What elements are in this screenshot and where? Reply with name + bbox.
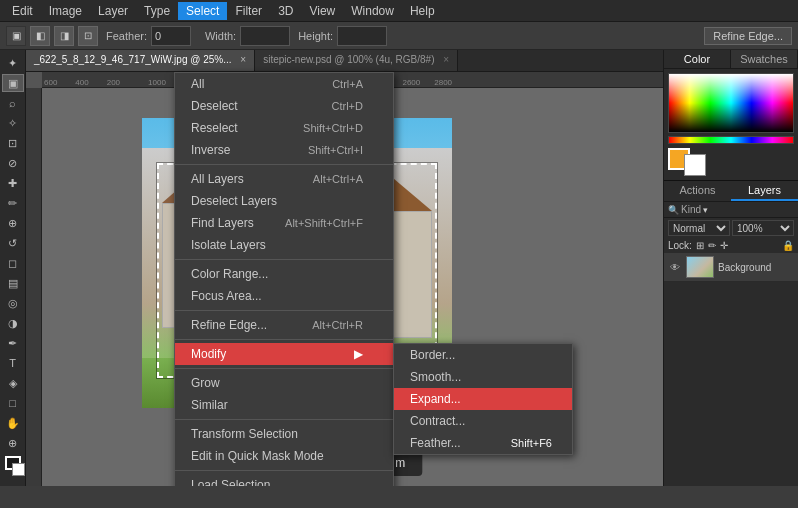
- select-menu: All Ctrl+A Deselect Ctrl+D Reselect Shif…: [174, 72, 394, 486]
- menu-select[interactable]: Select: [178, 2, 227, 20]
- fg-color-swatch[interactable]: [5, 456, 21, 470]
- tab-close-1[interactable]: ×: [240, 54, 246, 65]
- menu-help[interactable]: Help: [402, 2, 443, 20]
- marquee-tool[interactable]: ▣: [2, 74, 24, 92]
- clone-tool[interactable]: ⊕: [2, 214, 24, 232]
- tab-2[interactable]: sitepic-new.psd @ 100% (4u, RGB/8#) ×: [255, 50, 458, 71]
- submenu-contract[interactable]: Contract...: [394, 410, 572, 432]
- shape-tool[interactable]: □: [2, 394, 24, 412]
- menu-type[interactable]: Type: [136, 2, 178, 20]
- pen-tool[interactable]: ✒: [2, 334, 24, 352]
- background-color[interactable]: [684, 154, 706, 176]
- submenu-border[interactable]: Border...: [394, 344, 572, 366]
- magic-wand-tool[interactable]: ✧: [2, 114, 24, 132]
- text-tool[interactable]: T: [2, 354, 24, 372]
- crop-tool[interactable]: ⊡: [2, 134, 24, 152]
- brush-tool[interactable]: ✏: [2, 194, 24, 212]
- separator-4: [175, 339, 393, 340]
- height-label: Height:: [298, 30, 333, 42]
- lock-transparent-icon[interactable]: ⊞: [696, 240, 704, 251]
- refine-edge-button[interactable]: Refine Edge...: [704, 27, 792, 45]
- dodge-tool[interactable]: ◑: [2, 314, 24, 332]
- menu-item-isolate-layers[interactable]: Isolate Layers: [175, 234, 393, 256]
- lock-all-icon[interactable]: 🔒: [782, 240, 794, 251]
- tabs-bar: _622_5_8_12_9_46_717_WiW.jpg @ 25%... × …: [26, 50, 663, 72]
- lock-position-icon[interactable]: ✛: [720, 240, 728, 251]
- chevron-down-icon[interactable]: ▾: [703, 205, 708, 215]
- separator-7: [175, 470, 393, 471]
- healing-tool[interactable]: ✚: [2, 174, 24, 192]
- tab-close-2[interactable]: ×: [443, 54, 449, 65]
- separator-5: [175, 368, 393, 369]
- menu-item-reselect[interactable]: Reselect Shift+Ctrl+D: [175, 117, 393, 139]
- feather-input[interactable]: [151, 26, 191, 46]
- tab-actions[interactable]: Actions: [664, 181, 731, 201]
- feather-label: Feather:: [106, 30, 147, 42]
- tool-icon-3: ◨: [54, 26, 74, 46]
- menu-item-grow[interactable]: Grow: [175, 372, 393, 394]
- separator-2: [175, 259, 393, 260]
- eraser-tool[interactable]: ◻: [2, 254, 24, 272]
- menu-3d[interactable]: 3D: [270, 2, 301, 20]
- menu-image[interactable]: Image: [41, 2, 90, 20]
- width-input[interactable]: [240, 26, 290, 46]
- menu-window[interactable]: Window: [343, 2, 402, 20]
- color-gradient-display[interactable]: [668, 73, 794, 133]
- zoom-tool[interactable]: ⊕: [2, 434, 24, 452]
- lock-label: Lock:: [668, 240, 692, 251]
- layer-visibility-eye[interactable]: 👁: [668, 260, 682, 274]
- menu-filter[interactable]: Filter: [227, 2, 270, 20]
- search-icon: 🔍: [668, 205, 679, 215]
- layers-search-row: 🔍 Kind ▾: [664, 202, 798, 218]
- lasso-tool[interactable]: ⌕: [2, 94, 24, 112]
- tab-layers[interactable]: Layers: [731, 181, 798, 201]
- eyedropper-tool[interactable]: ⊘: [2, 154, 24, 172]
- menu-item-color-range[interactable]: Color Range...: [175, 263, 393, 285]
- menu-item-refine-edge[interactable]: Refine Edge... Alt+Ctrl+R: [175, 314, 393, 336]
- color-picker-area: [664, 69, 798, 180]
- layers-mode-row: Normal 100%: [664, 218, 798, 238]
- menubar: Edit Image Layer Type Select Filter 3D V…: [0, 0, 798, 22]
- ruler-vertical: [26, 88, 42, 486]
- submenu-smooth[interactable]: Smooth...: [394, 366, 572, 388]
- menu-item-deselect[interactable]: Deselect Ctrl+D: [175, 95, 393, 117]
- menu-item-all[interactable]: All Ctrl+A: [175, 73, 393, 95]
- menu-view[interactable]: View: [301, 2, 343, 20]
- menu-edit[interactable]: Edit: [4, 2, 41, 20]
- menu-item-load-selection[interactable]: Load Selection...: [175, 474, 393, 486]
- tab-1[interactable]: _622_5_8_12_9_46_717_WiW.jpg @ 25%... ×: [26, 50, 255, 71]
- blend-mode-select[interactable]: Normal: [668, 220, 730, 236]
- opacity-select[interactable]: 100%: [732, 220, 794, 236]
- menu-item-focus-area[interactable]: Focus Area...: [175, 285, 393, 307]
- layers-lock-row: Lock: ⊞ ✏ ✛ 🔒: [664, 238, 798, 253]
- separator-1: [175, 164, 393, 165]
- color-hue-slider[interactable]: [668, 136, 794, 144]
- menu-item-transform-selection[interactable]: Transform Selection: [175, 423, 393, 445]
- menu-item-inverse[interactable]: Inverse Shift+Ctrl+I: [175, 139, 393, 161]
- options-bar: ▣ ◧ ◨ ⊡ Feather: Width: Height: Refine E…: [0, 22, 798, 50]
- menu-item-edit-quick-mask[interactable]: Edit in Quick Mask Mode: [175, 445, 393, 467]
- menu-item-find-layers[interactable]: Find Layers Alt+Shift+Ctrl+F: [175, 212, 393, 234]
- actions-layers-tabs: Actions Layers: [664, 181, 798, 202]
- blur-tool[interactable]: ◎: [2, 294, 24, 312]
- color-swatches-tabs: Color Swatches: [664, 50, 798, 69]
- tab-swatches[interactable]: Swatches: [731, 50, 798, 68]
- gradient-tool[interactable]: ▤: [2, 274, 24, 292]
- path-tool[interactable]: ◈: [2, 374, 24, 392]
- history-brush-tool[interactable]: ↺: [2, 234, 24, 252]
- menu-item-deselect-layers[interactable]: Deselect Layers: [175, 190, 393, 212]
- submenu-feather[interactable]: Feather... Shift+F6: [394, 432, 572, 454]
- hand-tool[interactable]: ✋: [2, 414, 24, 432]
- menu-item-all-layers[interactable]: All Layers Alt+Ctrl+A: [175, 168, 393, 190]
- separator-3: [175, 310, 393, 311]
- lock-paint-icon[interactable]: ✏: [708, 240, 716, 251]
- height-input[interactable]: [337, 26, 387, 46]
- submenu-expand[interactable]: Expand...: [394, 388, 572, 410]
- menu-item-modify[interactable]: Modify ▶ Border... Smooth... Expand...: [175, 343, 393, 365]
- width-label: Width:: [205, 30, 236, 42]
- move-tool[interactable]: ✦: [2, 54, 24, 72]
- tab-color[interactable]: Color: [664, 50, 731, 68]
- menu-item-similar[interactable]: Similar: [175, 394, 393, 416]
- menu-layer[interactable]: Layer: [90, 2, 136, 20]
- layer-row-background[interactable]: 👁 Background: [664, 253, 798, 282]
